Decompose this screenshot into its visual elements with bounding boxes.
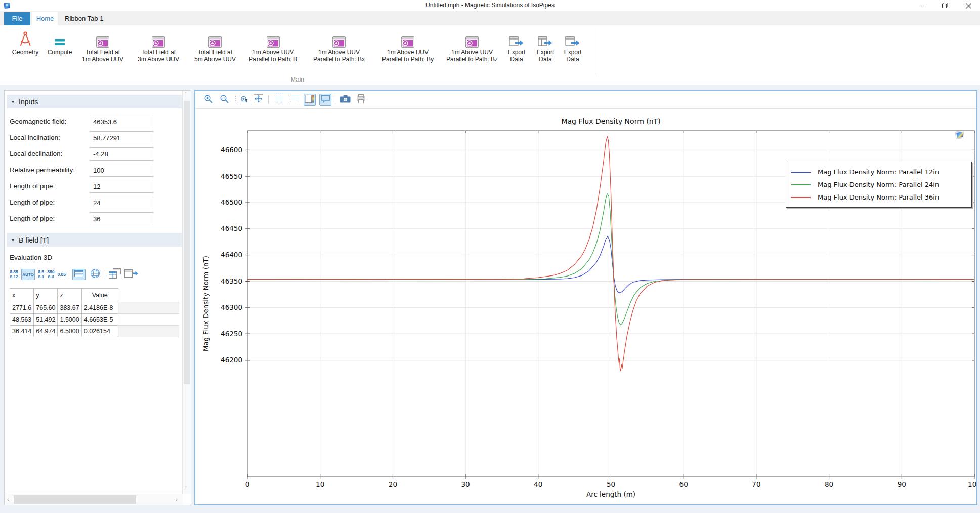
svg-text:46250: 46250 <box>221 330 242 338</box>
relative-permeability-input[interactable] <box>90 164 153 177</box>
legend-label: Mag Flux Density Norm: Parallel 24in <box>818 181 939 188</box>
export-table-button[interactable] <box>124 269 138 280</box>
cell-value[interactable]: 0.026154 <box>81 326 118 337</box>
legend-line-swatch <box>791 172 811 173</box>
restore-button[interactable] <box>933 0 957 11</box>
zoom-out-button[interactable] <box>218 94 230 106</box>
precision-decimal-button[interactable]: 0.85 <box>58 272 66 277</box>
cell-x[interactable]: 36.414 <box>10 326 34 337</box>
svg-text:90: 90 <box>898 480 906 488</box>
cell-x[interactable]: 2771.6 <box>10 302 34 314</box>
field-label: Local declination: <box>10 150 62 157</box>
total-field-3m-button[interactable]: Total Field at 3m Above UUV <box>134 26 183 63</box>
col-header-x[interactable]: x <box>10 289 34 302</box>
snapshot-button[interactable] <box>339 94 351 106</box>
show-table-button[interactable] <box>72 269 86 280</box>
ribbon-button-label: 1m Above UUV Parallel to Path: By <box>382 49 434 63</box>
bfield-section-header[interactable]: ▾ B field [T] <box>7 233 182 247</box>
chart-canvas[interactable]: 0102030405060708090100462004625046300463… <box>195 109 976 504</box>
zoom-extents-button[interactable] <box>252 94 265 106</box>
table-filler <box>118 326 179 337</box>
cell-value[interactable]: 4.6653E-5 <box>81 314 118 326</box>
svg-text:46550: 46550 <box>221 172 242 180</box>
content-area: ▾ Inputs Geomagnetic field: Local inclin… <box>0 85 980 513</box>
print-button[interactable] <box>355 94 367 106</box>
vertical-scrollbar[interactable]: ˆ ˇ <box>182 91 191 494</box>
tab-ribbon-tab-1[interactable]: Ribbon Tab 1 <box>58 12 110 25</box>
tab-home[interactable]: Home <box>32 12 58 25</box>
scroll-down-icon[interactable]: ˇ <box>185 486 187 492</box>
minimize-button[interactable] <box>910 0 933 11</box>
scroll-right-icon[interactable]: › <box>176 496 178 502</box>
export-data-button-3[interactable]: Export Data <box>559 26 586 63</box>
inputs-section-header[interactable]: ▾ Inputs <box>7 95 182 108</box>
geometry-button[interactable]: Geometry <box>8 26 42 56</box>
legend-toggle-button[interactable] <box>304 94 316 106</box>
parallel-path-bx-button[interactable]: 1m Above UUV Parallel to Path: Bx <box>310 26 368 63</box>
cell-y[interactable]: 64.974 <box>34 326 58 337</box>
close-icon[interactable] <box>957 0 980 11</box>
pipe-length-12-input[interactable] <box>90 180 153 193</box>
table-row[interactable]: 2771.6 765.60 383.67 2.4186E-8 <box>10 302 180 314</box>
ribbon: Geometry Compute Total Field at 1m Above… <box>0 25 980 85</box>
pipe-length-24-input[interactable] <box>90 196 153 209</box>
field-row: Local inclination: <box>5 131 183 144</box>
copy-table-button[interactable] <box>108 269 121 280</box>
parallel-path-b-button[interactable]: 1m Above UUV Parallel to Path: B <box>245 26 302 63</box>
table-row[interactable]: 36.414 64.974 6.5000 0.026154 <box>10 326 180 337</box>
tooltip-bubble-icon <box>321 95 330 105</box>
cell-y[interactable]: 765.60 <box>34 302 58 314</box>
svg-text:0: 0 <box>245 480 250 488</box>
field-label: Local inclination: <box>10 134 60 141</box>
y-grid-button[interactable] <box>288 94 300 106</box>
parallel-path-bz-button[interactable]: 1m Above UUV Parallel to Path: Bz <box>443 26 501 63</box>
cell-y[interactable]: 51.492 <box>34 314 58 326</box>
chevron-down-icon: ▾ <box>245 97 248 102</box>
scroll-left-icon[interactable]: ‹ <box>7 496 9 502</box>
precision-auto-button[interactable]: AUTO <box>21 269 35 280</box>
scrollbar-thumb[interactable] <box>184 101 190 384</box>
tooltip-toggle-button[interactable] <box>319 94 331 106</box>
export-data-button-1[interactable]: Export Data <box>503 26 530 63</box>
cell-z[interactable]: 6.5000 <box>58 326 81 337</box>
cell-z[interactable]: 383.67 <box>58 302 81 314</box>
table-row[interactable]: 48.563 51.492 1.5000 4.6653E-5 <box>10 314 180 326</box>
col-header-z[interactable]: z <box>58 289 81 302</box>
cell-value[interactable]: 2.4186E-8 <box>81 302 118 314</box>
precision-scientific-button[interactable]: 8.5 e-1 <box>38 270 44 279</box>
pipe-length-36-input[interactable] <box>90 212 153 225</box>
svg-text:20: 20 <box>389 480 397 488</box>
col-header-y[interactable]: y <box>34 289 58 302</box>
geomagnetic-field-input[interactable] <box>90 115 153 128</box>
field-label: Length of pipe: <box>10 182 55 190</box>
plot-window-icon <box>465 29 479 48</box>
total-field-5m-button[interactable]: Total Field at 5m Above UUV <box>191 26 239 63</box>
sphere-plot-button[interactable] <box>89 269 102 280</box>
tab-file[interactable]: File <box>4 12 30 25</box>
field-label: Geomagnetic field: <box>10 117 67 125</box>
cell-x[interactable]: 48.563 <box>10 314 34 326</box>
local-declination-input[interactable] <box>90 147 153 161</box>
total-field-1m-button[interactable]: Total Field at 1m Above UUV <box>78 26 127 63</box>
cell-z[interactable]: 1.5000 <box>58 314 81 326</box>
local-inclination-input[interactable] <box>90 131 153 144</box>
col-header-value[interactable]: Value <box>81 289 118 302</box>
export-data-button-2[interactable]: Export Data <box>532 26 559 63</box>
parallel-path-by-button[interactable]: 1m Above UUV Parallel to Path: By <box>378 26 437 63</box>
scroll-up-icon[interactable]: ˆ <box>185 92 187 98</box>
ribbon-button-label: 1m Above UUV Parallel to Path: Bx <box>313 49 365 63</box>
toolbar-separator <box>105 270 105 279</box>
svg-text:10: 10 <box>316 480 324 488</box>
horizontal-scrollbar[interactable]: ‹ › <box>5 494 183 505</box>
legend-entry: Mag Flux Density Norm: Parallel 24in <box>791 178 966 191</box>
precision-engineering-button[interactable]: 850 e-3 <box>47 270 54 279</box>
compute-button[interactable]: Compute <box>45 26 75 56</box>
zoom-in-button[interactable] <box>202 94 215 106</box>
precision-full-button[interactable]: 8.85 e-12 <box>10 270 18 279</box>
globe-wireframe-icon <box>90 268 101 281</box>
svg-text:30: 30 <box>461 480 470 488</box>
x-grid-button[interactable] <box>272 94 284 106</box>
zoom-box-button[interactable]: ▾ <box>234 94 249 106</box>
evaluation-table: x y z Value 2771.6 765.60 383.67 2.4186E… <box>10 288 179 337</box>
scrollbar-thumb[interactable] <box>14 495 136 504</box>
